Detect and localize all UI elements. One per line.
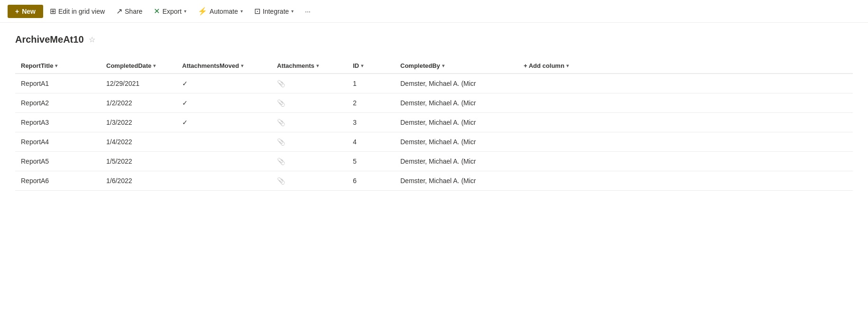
grid-icon: ⊞ [50, 7, 56, 16]
cell-add-column [518, 171, 853, 191]
cell-attachments: 📎 [271, 74, 347, 93]
integrate-button[interactable]: ⊡ Integrate ▾ [249, 4, 298, 18]
cell-attachments-moved: ✓ [176, 113, 271, 132]
table-row[interactable]: ReportA21/2/2022✓📎2Demster, Michael A. (… [15, 93, 853, 113]
more-options-label: ··· [305, 8, 311, 15]
paperclip-icon: 📎 [277, 138, 285, 146]
plus-icon: + [15, 8, 19, 15]
cell-id: 6 [347, 171, 395, 191]
edit-grid-button[interactable]: ⊞ Edit in grid view [45, 4, 110, 18]
cell-report-title: ReportA6 [15, 171, 101, 191]
export-chevron-icon: ▾ [184, 9, 186, 14]
share-icon: ↗ [116, 7, 122, 16]
cell-completed-date: 1/6/2022 [101, 171, 176, 191]
integrate-chevron-icon: ▾ [291, 9, 294, 14]
table-row[interactable]: ReportA51/5/2022📎5Demster, Michael A. (M… [15, 152, 853, 171]
cell-attachments: 📎 [271, 152, 347, 171]
cell-id: 3 [347, 113, 395, 132]
export-button[interactable]: ✕ Export ▾ [149, 4, 191, 18]
id-sort-icon: ▾ [361, 63, 363, 68]
cell-attachments: 📎 [271, 132, 347, 152]
more-options-button[interactable]: ··· [300, 5, 315, 18]
attachments-sort-icon: ▾ [316, 63, 319, 68]
cell-report-title: ReportA1 [15, 74, 101, 93]
report-title-sort-icon: ▾ [55, 63, 57, 68]
page-title-row: ArchiveMeAt10 ☆ [15, 34, 853, 45]
cell-completed-date: 1/4/2022 [101, 132, 176, 152]
cell-attachments-moved [176, 171, 271, 191]
add-column-button[interactable]: + Add column ▾ [518, 58, 853, 74]
cell-report-title: ReportA3 [15, 113, 101, 132]
completed-by-sort-icon: ▾ [442, 63, 444, 68]
cell-completed-by: Demster, Michael A. (Micr [395, 152, 518, 171]
checkmark-icon: ✓ [182, 119, 188, 126]
new-button[interactable]: + New [8, 5, 43, 18]
new-button-label: New [22, 8, 36, 15]
cell-report-title: ReportA4 [15, 132, 101, 152]
col-header-report-title[interactable]: ReportTitle ▾ [15, 58, 101, 74]
edit-grid-label: Edit in grid view [58, 8, 105, 15]
cell-completed-date: 12/29/2021 [101, 74, 176, 93]
col-header-completed-date[interactable]: CompletedDate ▾ [101, 58, 176, 74]
cell-id: 4 [347, 132, 395, 152]
cell-completed-date: 1/5/2022 [101, 152, 176, 171]
cell-completed-by: Demster, Michael A. (Micr [395, 74, 518, 93]
cell-attachments: 📎 [271, 93, 347, 113]
cell-completed-by: Demster, Michael A. (Micr [395, 93, 518, 113]
cell-completed-date: 1/3/2022 [101, 113, 176, 132]
paperclip-icon: 📎 [277, 80, 285, 87]
paperclip-icon: 📎 [277, 157, 285, 165]
cell-add-column [518, 74, 853, 93]
table-row[interactable]: ReportA41/4/2022📎4Demster, Michael A. (M… [15, 132, 853, 152]
checkmark-icon: ✓ [182, 99, 188, 107]
col-header-completed-by[interactable]: CompletedBy ▾ [395, 58, 518, 74]
col-header-attachments-moved[interactable]: AttachmentsMoved ▾ [176, 58, 271, 74]
cell-id: 5 [347, 152, 395, 171]
list-table: ReportTitle ▾ CompletedDate ▾ Attachment… [15, 58, 853, 191]
page-title: ArchiveMeAt10 [15, 34, 84, 45]
automate-icon: ⚡ [198, 7, 207, 16]
cell-completed-by: Demster, Michael A. (Micr [395, 171, 518, 191]
cell-completed-date: 1/2/2022 [101, 93, 176, 113]
table-row[interactable]: ReportA112/29/2021✓📎1Demster, Michael A.… [15, 74, 853, 93]
export-icon: ✕ [154, 7, 160, 16]
table-row[interactable]: ReportA31/3/2022✓📎3Demster, Michael A. (… [15, 113, 853, 132]
cell-add-column [518, 132, 853, 152]
cell-attachments-moved [176, 132, 271, 152]
page-content: ArchiveMeAt10 ☆ ReportTitle ▾ CompletedD… [0, 23, 868, 202]
table-row[interactable]: ReportA61/6/2022📎6Demster, Michael A. (M… [15, 171, 853, 191]
paperclip-icon: 📎 [277, 99, 285, 107]
cell-id: 1 [347, 74, 395, 93]
automate-chevron-icon: ▾ [240, 9, 243, 14]
checkmark-icon: ✓ [182, 80, 188, 87]
cell-report-title: ReportA5 [15, 152, 101, 171]
cell-completed-by: Demster, Michael A. (Micr [395, 113, 518, 132]
cell-attachments: 📎 [271, 113, 347, 132]
cell-add-column [518, 93, 853, 113]
export-label: Export [162, 8, 181, 15]
cell-attachments-moved: ✓ [176, 74, 271, 93]
automate-label: Automate [210, 8, 238, 15]
cell-report-title: ReportA2 [15, 93, 101, 113]
integrate-icon: ⊡ [254, 7, 260, 16]
attachments-moved-sort-icon: ▾ [241, 63, 243, 68]
add-column-chevron-icon: ▾ [566, 63, 569, 68]
share-label: Share [125, 8, 142, 15]
cell-attachments: 📎 [271, 171, 347, 191]
automate-button[interactable]: ⚡ Automate ▾ [193, 4, 248, 18]
cell-attachments-moved [176, 152, 271, 171]
cell-add-column [518, 113, 853, 132]
paperclip-icon: 📎 [277, 177, 285, 185]
cell-completed-by: Demster, Michael A. (Micr [395, 132, 518, 152]
col-header-attachments[interactable]: Attachments ▾ [271, 58, 347, 74]
integrate-label: Integrate [263, 8, 289, 15]
favorite-star-icon[interactable]: ☆ [89, 35, 95, 44]
cell-add-column [518, 152, 853, 171]
paperclip-icon: 📎 [277, 119, 285, 126]
completed-date-sort-icon: ▾ [153, 63, 156, 68]
share-button[interactable]: ↗ Share [111, 4, 147, 18]
table-header-row: ReportTitle ▾ CompletedDate ▾ Attachment… [15, 58, 853, 74]
col-header-id[interactable]: ID ▾ [347, 58, 395, 74]
cell-id: 2 [347, 93, 395, 113]
cell-attachments-moved: ✓ [176, 93, 271, 113]
